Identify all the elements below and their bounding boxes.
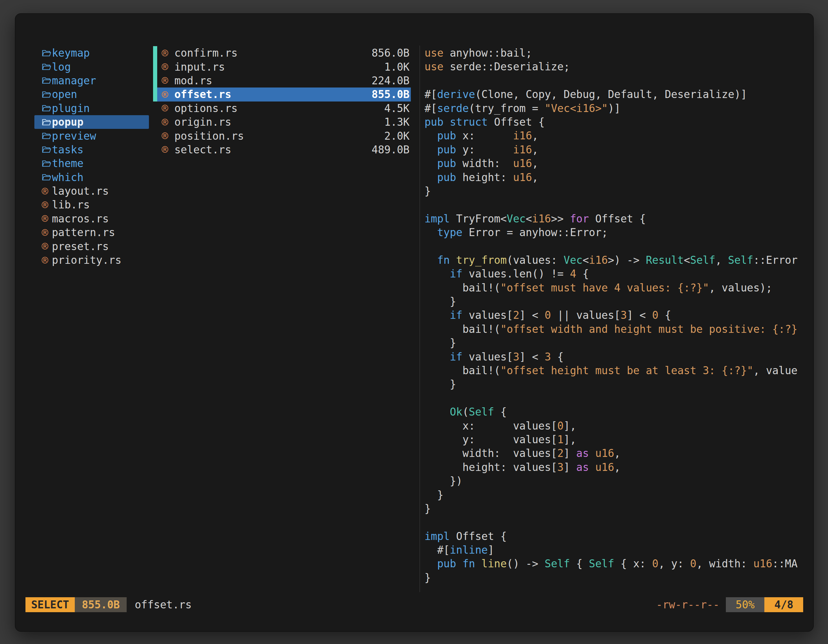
selection-marker [153, 60, 157, 74]
rust-file-icon: ® [162, 61, 172, 72]
rust-file-icon: ® [42, 213, 52, 224]
rust-file-icon: ® [162, 117, 172, 128]
code-line: pub fn line() -> Self { Self { x: 0, y: … [425, 557, 805, 570]
file-name: confirm.rs [174, 47, 238, 59]
status-bar-left: SELECT 855.0B offset.rs [25, 597, 191, 612]
rust-file-icon: ® [162, 75, 172, 86]
code-line: bail!("offset width and height must be p… [425, 322, 805, 336]
file-row-mod-rs[interactable]: ®mod.rs224.0B [153, 74, 411, 88]
cursor-position-badge: 4/8 [764, 597, 803, 612]
code-line: bail!("offset must have 4 values: {:?}",… [425, 281, 805, 295]
file-row-select-rs[interactable]: ®select.rs489.0B [153, 143, 411, 157]
code-line: height: values[3] as u16, [425, 461, 805, 474]
sidebar-item-label: open [52, 88, 77, 100]
code-line: Ok(Self { [425, 405, 805, 419]
code-line: use serde::Deserialize; [425, 60, 805, 74]
code-line: #[inline] [425, 543, 805, 557]
folder-open-icon [42, 103, 52, 113]
status-bar-right: -rw-r--r-- 50% 4/8 [656, 597, 803, 612]
file-row-confirm-rs[interactable]: ®confirm.rs856.0B [153, 46, 411, 60]
sidebar-item-preview[interactable]: preview [34, 129, 149, 143]
file-row-origin-rs[interactable]: ®origin.rs1.3K [153, 115, 411, 129]
status-filename: offset.rs [135, 597, 191, 612]
code-line: bail!("offset height must be at least 3:… [425, 364, 805, 378]
code-line: }) [425, 474, 805, 488]
folder-open-icon [42, 159, 52, 168]
sidebar-item-priority-rs[interactable]: ®priority.rs [34, 253, 149, 267]
sidebar-item-preset-rs[interactable]: ®preset.rs [34, 239, 149, 253]
folder-open-icon [42, 131, 52, 141]
sidebar-item-log[interactable]: log [34, 60, 149, 74]
file-row-position-rs[interactable]: ®position.rs2.0K [153, 129, 411, 143]
file-size-badge: 855.0B [75, 597, 127, 612]
selection-marker [153, 102, 157, 115]
pane-divider [419, 45, 420, 592]
sidebar-item-macros-rs[interactable]: ®macros.rs [34, 212, 149, 226]
code-line [425, 239, 805, 253]
sidebar-item-pattern-rs[interactable]: ®pattern.rs [34, 226, 149, 239]
folder-open-icon [42, 145, 52, 154]
current-directory-pane: ®confirm.rs856.0B®input.rs1.0K®mod.rs224… [153, 46, 411, 157]
sidebar-item-keymap[interactable]: keymap [34, 46, 149, 60]
sidebar-item-label: layout.rs [52, 185, 109, 197]
rust-file-icon: ® [42, 227, 52, 238]
code-line: fn try_from(values: Vec<i16>) -> Result<… [425, 253, 805, 267]
code-line: } [425, 184, 805, 198]
mode-badge: SELECT [25, 597, 75, 612]
file-row-input-rs[interactable]: ®input.rs1.0K [153, 60, 411, 74]
code-line: if values[3] < 3 { [425, 350, 805, 364]
rust-file-icon: ® [162, 89, 172, 100]
file-size: 855.0B [372, 88, 411, 100]
selection-marker [153, 46, 157, 60]
code-line: if values[2] < 0 || values[3] < 0 { [425, 308, 805, 322]
folder-open-icon [42, 118, 52, 127]
file-name: options.rs [174, 102, 238, 114]
sidebar-item-label: preview [52, 130, 96, 142]
sidebar-item-which[interactable]: which [34, 171, 149, 184]
file-name: select.rs [174, 144, 231, 156]
file-size: 1.0K [384, 61, 411, 73]
rust-file-icon: ® [162, 144, 172, 155]
code-line: #[serde(try_from = "Vec<i16>")] [425, 102, 805, 115]
sidebar-item-plugin[interactable]: plugin [34, 102, 149, 115]
sidebar-item-tasks[interactable]: tasks [34, 143, 149, 157]
sidebar-item-layout-rs[interactable]: ®layout.rs [34, 184, 149, 198]
sidebar-item-lib-rs[interactable]: ®lib.rs [34, 198, 149, 212]
rust-file-icon: ® [162, 130, 172, 141]
status-bar: SELECT 855.0B offset.rs -rw-r--r-- 50% 4… [25, 597, 803, 612]
code-line: } [425, 502, 805, 516]
code-line: } [425, 336, 805, 350]
file-row-offset-rs[interactable]: ®offset.rs855.0B [153, 88, 411, 101]
folder-open-icon [42, 90, 52, 99]
code-line: } [425, 378, 805, 391]
sidebar-item-label: log [52, 61, 71, 73]
sidebar-item-label: theme [52, 157, 83, 169]
rust-file-icon: ® [162, 103, 172, 114]
code-line [425, 391, 805, 405]
sidebar-item-label: plugin [52, 102, 90, 114]
rust-file-icon: ® [42, 199, 52, 210]
code-line: use anyhow::bail; [425, 46, 805, 60]
sidebar-item-open[interactable]: open [34, 88, 149, 101]
rust-file-icon: ® [162, 48, 172, 58]
selection-marker [153, 143, 157, 157]
code-line: x: values[0], [425, 419, 805, 433]
sidebar-item-popup[interactable]: popup [34, 115, 149, 129]
scroll-percentage-badge: 50% [726, 597, 765, 612]
sidebar-item-manager[interactable]: manager [34, 74, 149, 88]
file-name: input.rs [174, 61, 225, 73]
file-size: 489.0B [372, 144, 411, 156]
code-line [425, 198, 805, 212]
file-preview-pane: use anyhow::bail;use serde::Deserialize;… [425, 46, 805, 584]
sidebar-item-label: lib.rs [52, 199, 90, 211]
file-permissions: -rw-r--r-- [656, 597, 720, 612]
selection-marker [153, 88, 157, 101]
selection-marker [153, 115, 157, 129]
code-line: pub width: u16, [425, 157, 805, 170]
code-line: type Error = anyhow::Error; [425, 226, 805, 239]
sidebar-item-theme[interactable]: theme [34, 157, 149, 170]
file-size: 1.3K [384, 116, 411, 128]
sidebar-item-label: manager [52, 74, 96, 87]
file-row-options-rs[interactable]: ®options.rs4.5K [153, 102, 411, 115]
file-name: origin.rs [174, 116, 231, 128]
